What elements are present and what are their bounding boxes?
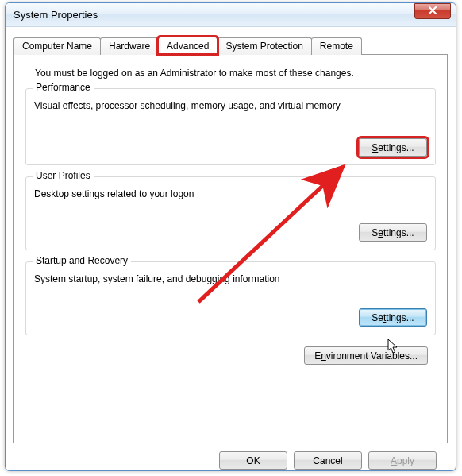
cancel-button[interactable]: Cancel	[294, 451, 362, 470]
titlebar[interactable]: System Properties	[6, 3, 456, 27]
content-area: Computer Name Hardware Advanced System P…	[6, 27, 456, 471]
system-properties-window: System Properties Computer Name Hardware…	[5, 2, 456, 471]
user-profiles-desc: Desktop settings related to your logon	[34, 188, 427, 199]
apply-button[interactable]: Apply	[368, 451, 437, 470]
startup-recovery-desc: System startup, system failure, and debu…	[34, 273, 427, 284]
dialog-footer: OK Cancel Apply	[13, 443, 448, 470]
tab-system-protection[interactable]: System Protection	[217, 37, 311, 55]
performance-settings-button[interactable]: Settings...	[359, 138, 427, 157]
tabstrip: Computer Name Hardware Advanced System P…	[13, 37, 448, 54]
startup-recovery-settings-button[interactable]: Settings...	[359, 308, 427, 327]
startup-recovery-title: Startup and Recovery	[33, 255, 131, 266]
tab-computer-name[interactable]: Computer Name	[13, 37, 101, 55]
advanced-tabpanel: You must be logged on as an Administrato…	[13, 54, 448, 443]
close-button[interactable]	[414, 3, 451, 19]
tab-advanced[interactable]: Advanced	[158, 37, 218, 54]
startup-recovery-group: Startup and Recovery System startup, sys…	[25, 261, 436, 335]
tab-hardware[interactable]: Hardware	[100, 37, 159, 55]
tab-remote[interactable]: Remote	[311, 37, 362, 55]
performance-desc: Visual effects, processor scheduling, me…	[34, 100, 427, 111]
close-icon	[428, 6, 437, 15]
window-title: System Properties	[13, 9, 98, 21]
performance-title: Performance	[33, 82, 94, 93]
performance-settings-label: ettings...	[378, 142, 414, 153]
environment-variables-button[interactable]: Environment Variables...	[304, 346, 428, 365]
admin-note: You must be logged on as an Administrato…	[35, 68, 436, 79]
performance-group: Performance Visual effects, processor sc…	[25, 88, 436, 165]
user-profiles-group: User Profiles Desktop settings related t…	[25, 176, 436, 250]
user-profiles-settings-button[interactable]: Settings...	[359, 223, 427, 242]
user-profiles-title: User Profiles	[33, 170, 94, 181]
ok-button[interactable]: OK	[219, 451, 287, 470]
